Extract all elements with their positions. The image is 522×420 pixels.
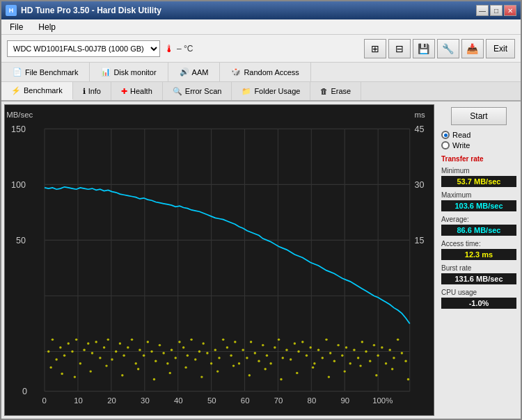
aam-label: AAM	[192, 68, 209, 76]
maximum-section: Maximum 103.6 MB/sec	[441, 191, 516, 211]
folder-usage-icon: 📁	[242, 87, 251, 96]
tab-error-scan[interactable]: 🔍 Error Scan	[163, 82, 232, 100]
svg-point-107	[317, 349, 319, 351]
tab-aam[interactable]: 🔊 AAM	[168, 63, 221, 81]
update-button[interactable]: 📥	[461, 39, 484, 58]
write-radio-dot	[441, 141, 450, 150]
svg-point-99	[285, 349, 287, 351]
average-label: Average:	[441, 216, 516, 223]
svg-point-66	[155, 360, 157, 362]
minimize-button[interactable]: —	[476, 5, 489, 16]
close-button[interactable]: ✕	[504, 5, 516, 16]
svg-point-126	[393, 357, 395, 359]
svg-point-90	[250, 341, 252, 343]
average-section: Average: 86.6 MB/sec	[441, 216, 516, 236]
tab-health[interactable]: ✚ Health	[111, 82, 163, 100]
menu-file[interactable]: File	[6, 21, 27, 33]
svg-point-152	[391, 368, 393, 370]
exit-button[interactable]: Exit	[486, 39, 515, 58]
svg-point-128	[401, 352, 403, 354]
svg-point-76	[194, 358, 196, 360]
tab-file-benchmark[interactable]: 📄 File Benchmark	[1, 63, 90, 81]
svg-text:100%: 100%	[372, 396, 393, 405]
temperature-display: 🌡 – °C	[164, 43, 193, 54]
title-bar: H HD Tune Pro 3.50 - Hard Disk Utility —…	[1, 1, 521, 19]
view-btn-1[interactable]: ⊞	[364, 39, 386, 58]
svg-point-100	[290, 358, 292, 360]
tab-info[interactable]: ℹ Info	[73, 82, 111, 100]
svg-point-65	[150, 350, 152, 353]
maximize-button[interactable]: □	[490, 5, 503, 16]
svg-point-121	[373, 344, 375, 346]
tab-disk-monitor[interactable]: 📊 Disk monitor	[90, 63, 168, 81]
svg-point-88	[242, 349, 244, 351]
svg-point-141	[216, 370, 219, 372]
svg-point-127	[397, 339, 399, 341]
tab-random-access[interactable]: 🎲 Random Access	[220, 63, 310, 81]
svg-point-148	[328, 375, 330, 378]
svg-point-145	[280, 378, 282, 380]
write-label: Write	[452, 141, 470, 150]
svg-point-111	[333, 360, 335, 362]
svg-point-151	[375, 374, 377, 376]
burst-rate-section: Burst rate 131.6 MB/sec	[441, 264, 516, 284]
radio-write[interactable]: Write	[441, 141, 516, 150]
benchmark-icon: ⚡	[11, 86, 21, 95]
svg-point-124	[385, 362, 387, 364]
benchmark-label: Benchmark	[24, 86, 63, 95]
health-label: Health	[130, 87, 152, 95]
svg-point-108	[322, 357, 324, 359]
svg-point-137	[153, 378, 155, 380]
svg-point-75	[190, 339, 192, 341]
svg-point-56	[115, 350, 117, 353]
svg-point-57	[119, 342, 121, 344]
svg-point-130	[49, 366, 52, 369]
menu-help[interactable]: Help	[34, 21, 60, 33]
view-btn-2[interactable]: ⊟	[388, 39, 411, 58]
minimum-label: Minimum	[441, 167, 516, 175]
svg-point-123	[381, 346, 383, 348]
svg-point-43	[63, 355, 65, 357]
svg-point-118	[361, 341, 363, 343]
random-access-icon: 🎲	[231, 67, 241, 76]
svg-point-105	[309, 346, 311, 348]
cpu-usage-value: -1.0%	[441, 298, 516, 309]
svg-point-62	[139, 349, 141, 351]
access-time-section: Access time: 12.3 ms	[441, 240, 516, 260]
start-button[interactable]: Start	[451, 107, 507, 125]
svg-point-61	[135, 362, 137, 364]
svg-point-109	[325, 339, 327, 341]
main-content: 150 100 50 0 MB/sec 30 15 45 ms 0 10 20 …	[1, 102, 521, 419]
tab-erase[interactable]: 🗑 Erase	[310, 82, 361, 100]
svg-point-106	[313, 362, 315, 364]
disk-monitor-label: Disk monitor	[113, 68, 156, 76]
tab-folder-usage[interactable]: 📁 Folder Usage	[232, 82, 310, 100]
svg-point-64	[147, 341, 149, 343]
radio-group: Read Write	[441, 131, 516, 150]
svg-text:70: 70	[274, 396, 283, 405]
erase-label: Erase	[331, 87, 351, 95]
svg-point-39	[47, 350, 49, 353]
file-benchmark-label: File Benchmark	[25, 68, 78, 76]
svg-point-132	[74, 375, 76, 378]
svg-point-60	[131, 339, 133, 341]
svg-point-82	[218, 357, 220, 359]
save-button[interactable]: 💾	[413, 39, 435, 58]
radio-read[interactable]: Read	[441, 131, 516, 139]
svg-point-53	[103, 346, 105, 348]
settings-button[interactable]: 🔧	[437, 39, 459, 58]
svg-point-139	[184, 366, 187, 369]
tab-benchmark[interactable]: ⚡ Benchmark	[1, 82, 73, 100]
svg-point-45	[71, 350, 73, 353]
window-title: HD Tune Pro 3.50 - Hard Disk Utility	[21, 6, 161, 15]
svg-text:15: 15	[415, 236, 425, 245]
svg-text:50: 50	[16, 236, 26, 245]
svg-point-77	[198, 350, 200, 353]
drive-select[interactable]: WDC WD1001FALS-00J7B (1000 GB)	[7, 40, 160, 57]
svg-point-116	[353, 349, 355, 351]
thermometer-icon: 🌡	[164, 43, 174, 54]
svg-text:20: 20	[107, 396, 116, 405]
maximum-label: Maximum	[441, 191, 516, 199]
info-icon: ℹ	[83, 87, 86, 96]
svg-point-41	[55, 358, 57, 360]
